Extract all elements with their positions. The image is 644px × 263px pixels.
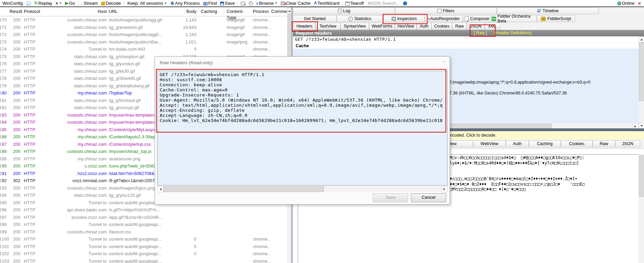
toolbar-item-browse[interactable]: eBrowse▼ [255,0,279,6]
dialog-scroll-right-icon[interactable] [441,186,448,192]
cell-body [177,214,196,221]
inspector-tab-label: SyntaxView [344,24,366,29]
toolbar-item-decode[interactable]: Decode [100,0,123,6]
session-row-102[interactable]: 102200HTTPTunnel tocontent-autofill.goog… [0,250,291,258]
inspector-tab-textview[interactable]: TextView [315,23,341,30]
toolbar-item-winconfig[interactable]: WinConfig [0,0,24,6]
tab-statistics[interactable]: Statistics [336,15,383,22]
session-row-71[interactable]: 71200HTTPstats.chinaz.com/gj_g/anweishi.… [0,24,291,31]
toolbar-item-replay[interactable]: ↻Replay [33,0,54,6]
tab-fiddlerscript[interactable]: JSFiddlerScript [537,15,575,22]
cell-process: chrome... [253,31,271,38]
toolbar-item-timer[interactable] [247,0,255,6]
toolbar-item-close-window[interactable]: × [636,0,643,6]
dialog-hscrollbar[interactable] [157,186,448,192]
toolbar-item-stream[interactable]: ↓Stream [79,0,100,6]
tab-autoresponder[interactable]: ϟAutoResponder [425,15,463,22]
response-vscroll-thumb[interactable] [639,155,644,197]
cell-content-type: image/png [227,38,252,46]
tab-fiddler-orchestra-beta[interactable]: FOFiddler Orchestra Beta [491,15,537,22]
cell-num: 94 [2,192,10,199]
dialog-close-icon[interactable]: × [442,59,445,65]
target-icon: ⊕ [170,1,174,5]
column-header-host[interactable]: Host [40,8,108,15]
toolbar-item-save[interactable]: Save [219,0,237,6]
raw-link[interactable]: [ Raw ] [474,30,487,36]
raw-headers-textbox[interactable]: GET /?z33=feiwu&rmb=shenxian HTTP/1.1 Ho… [157,71,448,186]
toolbar-item-go[interactable]: ▶Go [64,0,77,6]
inspector-tab-label: Auth [420,24,429,29]
toolbar-item-msdn-search[interactable]: MSDN Search... [365,0,401,6]
toolbar-item-clear-cache[interactable]: Clear Cache [279,0,312,6]
cell-protocol: HTTP [24,119,40,126]
toolbar-item-comment[interactable] [24,0,33,6]
session-row-101[interactable]: 101200HTTPTunnel tocontent-autofill.goog… [0,243,291,250]
response-tab-caching[interactable]: Caching [529,140,561,147]
session-row-73[interactable]: 73200HTTPcsstools.chinaz.com/tools/image… [0,38,291,46]
header-definitions-link[interactable]: [Header Definitions] [494,30,532,36]
toolbar-item-any-process[interactable]: ⊕Any Process [169,0,202,6]
toolbar-item-online[interactable]: Online [615,0,637,6]
inspector-tab-raw[interactable]: Raw [452,23,467,30]
response-tab-raw[interactable]: Raw [593,140,615,147]
session-row-74[interactable]: 74200HTTPTunnel tohm.baidu.com:4430chrom… [0,46,291,53]
toolbar-item-screenshot[interactable] [239,0,247,6]
response-tab-json[interactable]: JSON [615,140,640,147]
column-header-comments[interactable]: Comments [271,8,289,15]
tab-inspectors[interactable]: Inspectors [383,15,425,22]
tab-timeline[interactable]: Timeline [497,7,599,14]
tab-composer[interactable]: Composer [463,15,491,22]
session-row-96[interactable]: 96200HTTPapi.share.baidu.com/s.gif?r=htt… [0,206,291,214]
tab-filters[interactable]: Filters [395,7,497,14]
cell-body: 19,943 [177,24,196,31]
inspector-tab-cookies[interactable]: Cookies [432,23,452,30]
toolbar-item-tearoff[interactable]: Tearoff [344,0,366,6]
toolbar-item-textwizard[interactable]: ATextWizard [312,0,341,6]
session-scroll-up-icon[interactable] [287,8,291,14]
session-row-70[interactable]: 70200HTTPcsstools.chinaz.com/tools/image… [0,16,291,24]
dialog-hscroll-thumb[interactable] [163,186,324,192]
dialog-scroll-left-icon[interactable] [157,186,163,192]
response-tab-auth[interactable]: Auth [506,140,529,147]
inspector-tab-auth[interactable]: Auth [417,23,432,30]
request-vscroll-thumb[interactable] [639,42,644,101]
cancel-button[interactable]: Cancel [411,193,446,202]
toolbar-item-remove-sessions[interactable]: ×▼ [54,0,64,6]
inspector-tab-headers[interactable]: Headers [294,23,315,30]
session-row-100[interactable]: 100200HTTPTunnel tocontent-autofill.goog… [0,235,291,243]
session-row-99[interactable]: 99200HTTPcsstools.chinaz.com/favicon.ico [0,228,291,236]
toolbar-item-find[interactable]: Find [202,0,219,6]
column-header-result[interactable]: Result [10,8,22,15]
cache-section-header[interactable]: Cache [293,42,644,49]
column-header-body[interactable]: Body [177,8,198,15]
dropdown-arrow-icon[interactable]: ▼ [164,2,167,5]
session-row-72[interactable]: 72200HTTPcsstools.chinaz.com/tools/image… [0,31,291,38]
cell-protocol: HTTP [24,170,40,177]
request-scroll-up-icon[interactable] [639,36,644,42]
dropdown-arrow-icon[interactable]: ▼ [59,2,62,5]
cell-protocol: HTTP [24,162,40,170]
inspector-tab-json[interactable]: JSON [467,23,485,30]
dropdown-arrow-icon[interactable]: ▼ [275,2,277,5]
tab-get-started[interactable]: Get Started [293,15,336,22]
column-header-process[interactable]: Process [253,8,272,15]
cell-num: 99 [2,228,10,236]
inspector-tab-webforms[interactable]: WebForms [369,23,395,30]
save-button[interactable]: Save [373,193,408,202]
tab-log[interactable]: Log [293,7,395,14]
session-row-97[interactable]: 97200HTTPpcookie.cnzz.com/app.gif?&cna=B… [0,214,291,221]
response-tab-cookies[interactable]: Cookies [561,140,593,147]
column-header-caching[interactable]: Caching [201,8,224,15]
cell-result: 200 [10,206,20,214]
session-row-103[interactable]: 103200HTTPTunnel tocontent-autofill.goog… [0,258,291,263]
column-header-contenttype[interactable]: Content-Type [227,8,254,15]
response-tab-webview[interactable]: WebView [473,140,506,147]
toolbar-item-keep-sessions[interactable]: Keep: All sessions▼ [125,0,169,6]
inspector-tab-hexview[interactable]: HexView [395,23,417,30]
column-header-url[interactable]: URL [109,8,185,15]
session-row-98[interactable]: 98200HTTPTunnel tocontent-autofill.googl… [0,221,291,228]
toolbar-item-help[interactable] [401,0,409,6]
inspector-tab-xml[interactable]: XML [485,23,500,30]
inspector-tab-syntaxview[interactable]: SyntaxView [341,23,369,30]
column-header-protocol[interactable]: Protocol [24,8,42,15]
